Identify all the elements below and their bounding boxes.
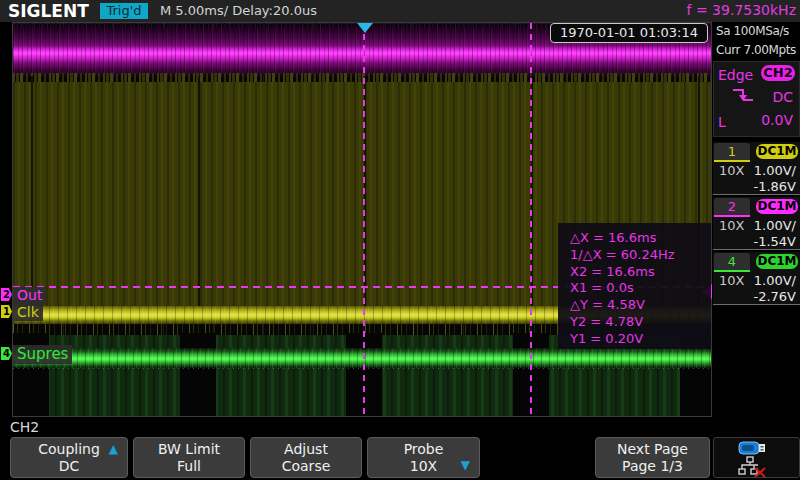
oscilloscope-screen: SIGLENT Trig'd M 5.00ms/ Delay:20.0us f … — [0, 0, 800, 480]
frequency-counter: f = 39.7530kHz — [687, 2, 796, 18]
y2-value: Y2 = 4.78V — [570, 314, 711, 331]
delta-x-value: △X = 16.6ms — [570, 230, 711, 247]
channel1-scale: 1.00V/ — [754, 163, 796, 178]
top-status-bar: SIGLENT Trig'd M 5.00ms/ Delay:20.0us f … — [0, 0, 800, 22]
timebase-value: M 5.00ms/ — [160, 3, 228, 18]
channel1-info-box[interactable]: 1 DC1M 10X 1.00V/ -1.86V — [713, 142, 800, 195]
channel2-offset: -1.54V — [753, 234, 796, 249]
delta-y-value: △Y = 4.58V — [570, 297, 711, 314]
softkey-bw-limit-value: Full — [134, 458, 244, 475]
softkey-adjust[interactable]: Adjust Coarse — [250, 437, 362, 478]
trigger-source-badge: CH2 — [761, 65, 795, 81]
channel4-offset: -2.76V — [753, 289, 796, 304]
cursor-x2[interactable] — [530, 23, 532, 416]
ch4-suppressed-gap — [180, 333, 216, 416]
channel1-probe: 10X — [719, 163, 744, 178]
trigger-level-label: L — [718, 114, 726, 130]
ch2-position-marker[interactable]: 2 — [1, 288, 12, 301]
softkey-adjust-value: Coarse — [251, 458, 361, 475]
channel2-probe: 10X — [719, 218, 744, 233]
lan-disconnected-icon — [738, 456, 768, 478]
down-arrow-icon: ▼ — [461, 458, 470, 472]
channel2-number: 2 — [714, 198, 750, 217]
softkey-next-page-value: Page 1/3 — [596, 458, 709, 475]
active-menu-channel-label: CH2 — [10, 419, 39, 435]
ch1-position-marker[interactable]: 1 — [1, 305, 12, 318]
channel2-coupling-badge: DC1M — [756, 199, 798, 214]
ch4-trace-label: Supres — [13, 345, 72, 364]
connectivity-status-panel — [713, 437, 800, 478]
trigger-position-marker-icon[interactable] — [357, 23, 373, 33]
channel4-coupling-badge: DC1M — [756, 254, 798, 269]
x2-value: X2 = 16.6ms — [570, 264, 711, 281]
ch4-waveform-trace — [13, 348, 711, 368]
cursor-x1[interactable] — [363, 23, 365, 416]
softkey-coupling-value: DC — [11, 458, 127, 475]
trigger-info-panel[interactable]: Edge CH2 DC L 0.0V — [713, 61, 800, 137]
softkey-adjust-title: Adjust — [251, 440, 361, 458]
y1-value: Y1 = 0.20V — [570, 331, 711, 348]
softkey-probe[interactable]: Probe 10X ▼ — [367, 437, 480, 478]
channel2-scale: 1.00V/ — [754, 218, 796, 233]
channel4-scale: 1.00V/ — [754, 273, 796, 288]
softkey-next-page-title: Next Page — [596, 440, 709, 458]
channel1-coupling-badge: DC1M — [756, 144, 798, 159]
channel1-offset: -1.86V — [753, 179, 796, 194]
trigger-status-badge: Trig'd — [100, 3, 148, 19]
trigger-coupling-value: DC — [772, 89, 793, 105]
channel4-number: 4 — [714, 253, 750, 272]
memory-depth-readout: Curr 7.00Mpts — [716, 43, 796, 57]
channel4-info-box[interactable]: 4 DC1M 10X 1.00V/ -2.76V — [713, 252, 800, 305]
inv-delta-x-value: 1/△X = 60.24Hz — [570, 247, 711, 264]
softkey-bw-limit[interactable]: BW Limit Full — [133, 437, 245, 478]
graticule-division-line — [13, 368, 711, 369]
softkey-coupling[interactable]: Coupling DC ▲ — [10, 437, 128, 478]
x1-value: X1 = 0.0s — [570, 280, 711, 297]
channel1-number: 1 — [714, 143, 750, 162]
channel4-probe: 10X — [719, 273, 744, 288]
up-arrow-icon: ▲ — [109, 442, 118, 456]
waveform-grid: △X = 16.6ms 1/△X = 60.24Hz X2 = 16.6ms X… — [12, 22, 712, 417]
datetime-display: 1970-01-01 01:03:14 — [550, 23, 708, 43]
channel2-info-box[interactable]: 2 DC1M 10X 1.00V/ -1.54V — [713, 197, 800, 250]
ch4-position-marker[interactable]: 4 — [1, 347, 12, 360]
timebase-readout[interactable]: M 5.00ms/ Delay:20.0us — [160, 3, 317, 18]
sample-rate-readout: Sa 100MSa/s — [716, 24, 789, 38]
trigger-mode-label: Edge — [718, 67, 753, 83]
ch2-trace-label: Out — [13, 287, 46, 304]
brand-logo: SIGLENT — [8, 1, 89, 21]
softkey-probe-title: Probe — [368, 440, 479, 458]
trigger-level-value: 0.0V — [761, 112, 793, 128]
falling-edge-icon — [730, 86, 756, 104]
delay-value: Delay:20.0us — [232, 3, 317, 18]
cursor-measurement-box: △X = 16.6ms 1/△X = 60.24Hz X2 = 16.6ms X… — [558, 223, 711, 349]
softkey-bw-limit-title: BW Limit — [134, 440, 244, 458]
softkey-coupling-title: Coupling — [38, 441, 100, 457]
ch1-trace-label: Clk — [13, 304, 43, 321]
usb-icon — [738, 440, 768, 456]
softkey-next-page[interactable]: Next Page Page 1/3 — [595, 437, 710, 478]
